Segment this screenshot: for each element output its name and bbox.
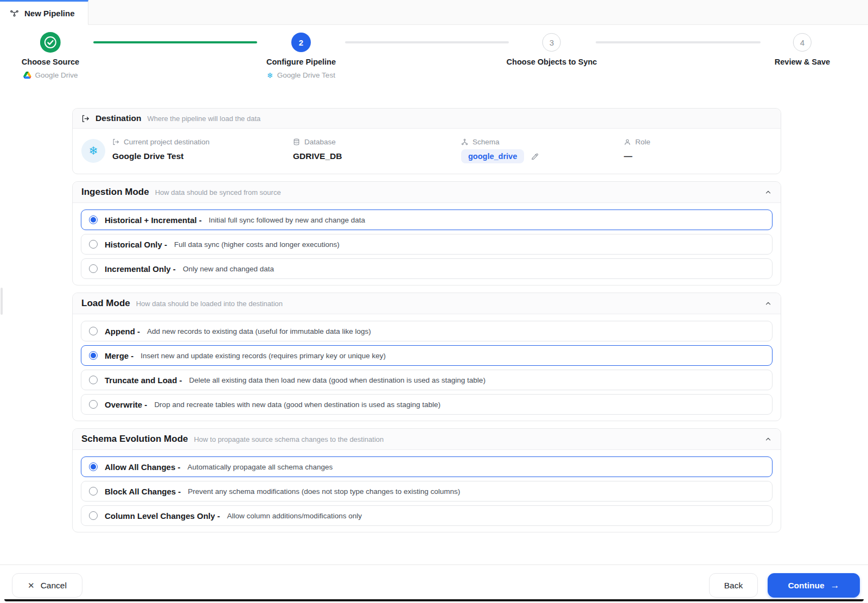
option-label: Overwrite -: [105, 400, 147, 409]
option-merge[interactable]: Merge - Insert new and update existing r…: [81, 345, 773, 366]
option-label: Allow All Changes -: [105, 462, 180, 472]
radio-button[interactable]: [89, 376, 98, 384]
section-header: Load Mode How data should be loaded into…: [73, 293, 781, 314]
back-label: Back: [724, 581, 743, 591]
radio-button[interactable]: [89, 400, 98, 409]
option-label: Block All Changes -: [105, 487, 181, 496]
option-append[interactable]: Append - Add new records to existing dat…: [81, 321, 773, 341]
continue-button[interactable]: Continue →: [768, 573, 860, 598]
option-label: Incremental Only -: [105, 264, 176, 274]
radio-button[interactable]: [89, 327, 98, 335]
field-label: Database: [304, 138, 336, 146]
pipeline-stepper: Choose Source Google Drive 2 Configure P…: [0, 25, 868, 98]
radio-button[interactable]: [89, 462, 98, 471]
content-clip-overlay: [0, 552, 868, 564]
step-completed-check-icon: [40, 32, 61, 53]
field-role: Role —: [624, 138, 772, 161]
destination-card: Destination Where the pipeline will load…: [72, 108, 781, 174]
radio-button[interactable]: [89, 487, 98, 496]
option-historical-only[interactable]: Historical Only - Full data sync (higher…: [81, 234, 773, 255]
collapse-chevron-up-icon[interactable]: [764, 188, 772, 196]
field-current-destination: Current project destination Google Drive…: [112, 138, 293, 161]
option-incremental-only[interactable]: Incremental Only - Only new and changed …: [81, 258, 773, 279]
option-historical-incremental[interactable]: Historical + Incremental - Initial full …: [81, 210, 773, 230]
step-choose-objects[interactable]: 3 Choose Objects to Sync: [507, 25, 597, 66]
radio-button[interactable]: [89, 351, 98, 360]
snowflake-icon: ❄: [88, 145, 98, 156]
radio-button[interactable]: [89, 215, 98, 224]
destination-export-icon: [81, 115, 90, 123]
back-button[interactable]: Back: [709, 573, 758, 598]
schema-chip[interactable]: google_drive: [461, 149, 524, 163]
google-drive-icon: [23, 72, 31, 79]
step-sublabel: Google Drive Test: [277, 71, 335, 79]
option-description: Prevent any schema modifications (does n…: [188, 487, 460, 496]
destination-subtitle: Where the pipeline will load the data: [147, 115, 260, 123]
cancel-button[interactable]: ✕ Cancel: [12, 573, 82, 598]
section-load-mode: Load Mode How data should be loaded into…: [72, 293, 781, 421]
option-description: Drop and recreate tables with new data (…: [154, 401, 441, 409]
step-number: 4: [793, 33, 812, 52]
section-subtitle: How data should be loaded into the desti…: [136, 300, 283, 308]
option-description: Allow column additions/modifications onl…: [227, 512, 362, 520]
configure-pipeline-form: Destination Where the pipeline will load…: [72, 98, 781, 568]
step-configure-pipeline[interactable]: 2 Configure Pipeline ❄ Google Drive Test: [266, 25, 336, 79]
option-label: Truncate and Load -: [105, 376, 182, 385]
section-header: Schema Evolution Mode How to propagate s…: [73, 429, 781, 450]
option-description: Insert new and update existing records (…: [141, 352, 386, 360]
snowflake-icon: ❄: [267, 72, 273, 79]
section-header: Ingestion Mode How data should be synced…: [73, 182, 781, 203]
field-label: Current project destination: [124, 138, 209, 146]
option-truncate-and-load[interactable]: Truncate and Load - Delete all existing …: [81, 370, 773, 390]
close-icon: ✕: [28, 581, 35, 591]
section-subtitle: How to propagate source schema changes t…: [194, 435, 384, 443]
step-number-active: 2: [291, 33, 311, 52]
option-description: Full data sync (higher costs and longer …: [174, 240, 340, 249]
section-schema-evolution-mode: Schema Evolution Mode How to propagate s…: [72, 428, 781, 532]
database-icon: [293, 138, 300, 145]
field-value: —: [624, 151, 772, 161]
cancel-label: Cancel: [41, 581, 67, 591]
section-ingestion-mode: Ingestion Mode How data should be synced…: [72, 181, 781, 285]
field-value: GDRIVE_DB: [293, 151, 461, 161]
collapse-chevron-up-icon[interactable]: [764, 300, 772, 307]
radio-button[interactable]: [89, 264, 98, 273]
step-label: Choose Source: [22, 58, 79, 66]
stepper-connector: [596, 41, 761, 43]
option-label: Historical Only -: [105, 240, 167, 249]
tab-new-pipeline[interactable]: New Pipeline: [0, 0, 88, 25]
edit-pencil-icon[interactable]: [531, 152, 539, 161]
role-person-icon: [624, 138, 631, 145]
option-overwrite[interactable]: Overwrite - Drop and recreate tables wit…: [81, 394, 773, 415]
option-block-all-changes[interactable]: Block All Changes - Prevent any schema m…: [81, 481, 773, 502]
field-value: Google Drive Test: [112, 151, 293, 161]
field-database: Database GDRIVE_DB: [293, 138, 461, 161]
collapse-chevron-up-icon[interactable]: [764, 435, 772, 443]
step-number: 3: [542, 33, 561, 52]
option-column-level-changes[interactable]: Column Level Changes Only - Allow column…: [81, 505, 773, 526]
pipeline-icon: [10, 9, 19, 18]
option-allow-all-changes[interactable]: Allow All Changes - Automatically propag…: [81, 456, 773, 477]
destination-header: Destination Where the pipeline will load…: [73, 109, 781, 129]
ingestion-mode-options: Historical + Incremental - Initial full …: [73, 203, 781, 285]
option-label: Append -: [105, 327, 140, 336]
snowflake-destination-avatar: ❄: [81, 139, 105, 163]
continue-label: Continue: [788, 581, 824, 591]
step-review-save[interactable]: 4 Review & Save: [775, 25, 830, 66]
option-description: Initial full sync followed by new and ch…: [209, 216, 365, 224]
radio-button[interactable]: [89, 511, 98, 520]
section-title: Load Mode: [81, 298, 130, 309]
radio-button[interactable]: [89, 240, 98, 249]
stepper-connector-completed: [93, 41, 257, 43]
load-mode-options: Append - Add new records to existing dat…: [73, 314, 781, 421]
tab-bar: New Pipeline: [0, 0, 868, 25]
option-description: Add new records to existing data (useful…: [147, 327, 371, 335]
option-label: Column Level Changes Only -: [105, 511, 220, 521]
schema-evolution-options: Allow All Changes - Automatically propag…: [73, 450, 781, 532]
tab-title: New Pipeline: [24, 9, 75, 18]
destination-title: Destination: [95, 113, 141, 123]
stepper-connector: [345, 41, 509, 43]
window-bottom-edge: [4, 599, 864, 601]
footer-action-bar: ✕ Cancel Back Continue →: [0, 564, 868, 600]
step-choose-source[interactable]: Choose Source Google Drive: [22, 25, 79, 79]
